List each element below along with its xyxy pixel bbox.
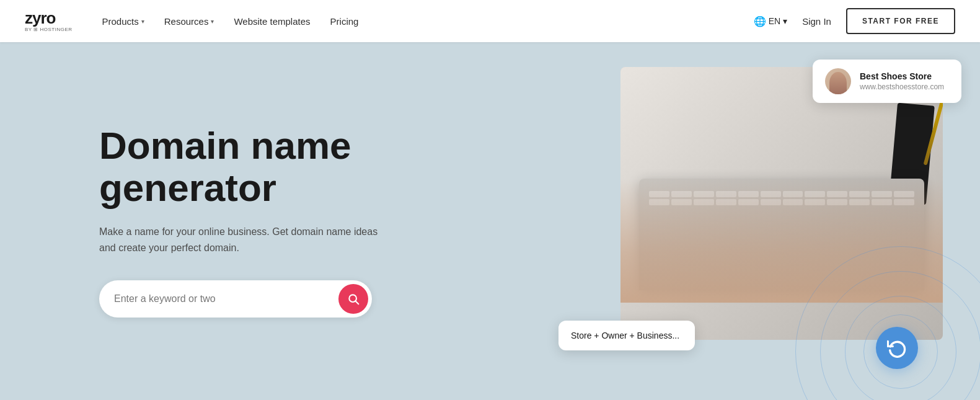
sign-in-link[interactable]: Sign In xyxy=(800,11,834,32)
lang-label: EN xyxy=(769,16,780,26)
navbar-left: zyro BY ⊞ HOSTINGER Products ▾ Resources… xyxy=(25,10,366,32)
language-selector[interactable]: 🌐 EN ▾ xyxy=(754,16,787,27)
search-input[interactable] xyxy=(114,293,338,304)
search-icon xyxy=(347,293,360,305)
navbar: zyro BY ⊞ HOSTINGER Products ▾ Resources… xyxy=(0,0,980,42)
domain-suggestion-card: Store + Owner + Business... xyxy=(558,321,695,350)
search-bar xyxy=(99,280,372,318)
navbar-right: 🌐 EN ▾ Sign In START FOR FREE xyxy=(754,8,955,34)
hero-title: Domain name generator xyxy=(99,125,452,209)
store-card: Best Shoes Store www.bestshoesstore.com xyxy=(813,60,961,103)
chevron-down-icon: ▾ xyxy=(211,18,214,25)
card-text-group: Best Shoes Store www.bestshoesstore.com xyxy=(860,71,944,91)
svg-line-1 xyxy=(356,301,359,304)
domain-suggestion-text: Store + Owner + Business... xyxy=(571,331,682,340)
nav-label-resources: Resources xyxy=(164,16,209,27)
hero-section: Domain name generator Make a name for yo… xyxy=(0,42,980,400)
nav-label-products: Products xyxy=(102,16,139,27)
avatar-silhouette xyxy=(829,72,847,94)
nav-label-pricing: Pricing xyxy=(330,16,359,27)
logo-wordmark: zyro xyxy=(25,10,55,26)
avatar xyxy=(825,68,851,94)
store-url: www.bestshoesstore.com xyxy=(860,82,944,91)
refresh-button[interactable] xyxy=(876,327,918,369)
nav-item-pricing[interactable]: Pricing xyxy=(323,11,366,32)
refresh-icon xyxy=(887,338,907,358)
hero-subtitle: Make a name for your online business. Ge… xyxy=(99,224,378,256)
start-for-free-button[interactable]: START FOR FREE xyxy=(846,8,955,34)
nav-links: Products ▾ Resources ▾ Website templates… xyxy=(95,11,366,32)
logo[interactable]: zyro BY ⊞ HOSTINGER xyxy=(25,10,73,32)
logo-subtext: BY ⊞ HOSTINGER xyxy=(25,27,73,32)
globe-icon: 🌐 xyxy=(754,16,766,27)
hero-visual: Best Shoes Store www.bestshoesstore.com … xyxy=(546,42,980,400)
nav-item-products[interactable]: Products ▾ xyxy=(95,11,152,32)
nav-item-templates[interactable]: Website templates xyxy=(226,11,317,32)
store-name: Best Shoes Store xyxy=(860,71,944,81)
nav-item-resources[interactable]: Resources ▾ xyxy=(157,11,222,32)
chevron-down-icon: ▾ xyxy=(141,18,144,25)
hero-content: Domain name generator Make a name for yo… xyxy=(0,87,452,355)
search-button[interactable] xyxy=(338,284,368,314)
chevron-down-icon: ▾ xyxy=(783,16,787,26)
nav-label-templates: Website templates xyxy=(234,16,310,27)
